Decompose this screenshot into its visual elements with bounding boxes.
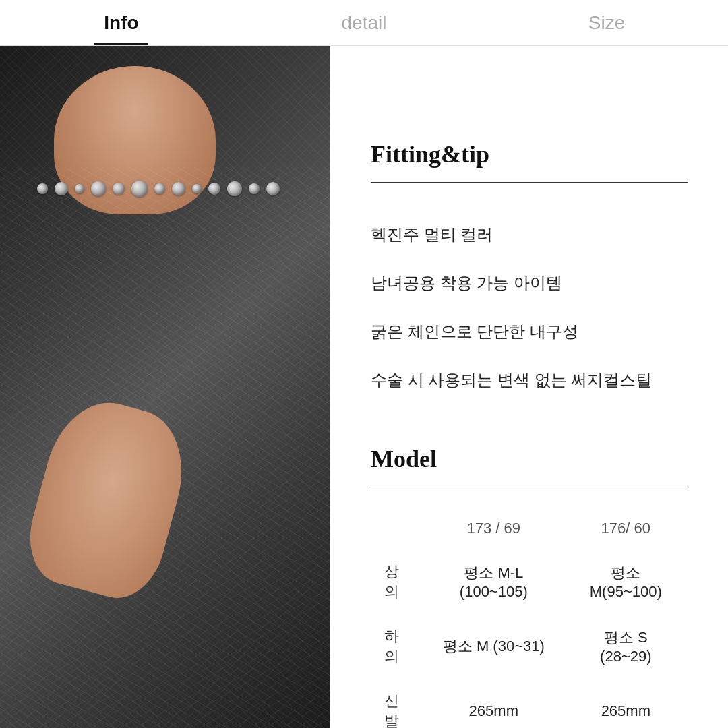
model-table: 173 / 69 176/ 60 상의 평소 M-L (100~105) 평소 … (371, 508, 688, 728)
bead (113, 183, 125, 195)
bead (37, 183, 48, 194)
tab-info[interactable]: Info (0, 0, 243, 45)
model-row-bottom-col1: 평소 M (30~31) (423, 614, 564, 679)
bead (249, 183, 260, 194)
model-table-header-row: 173 / 69 176/ 60 (371, 508, 688, 549)
model-row-top: 상의 평소 M-L (100~105) 평소 M(95~100) (371, 549, 688, 614)
necklace (34, 181, 283, 214)
feature-item-1: 헥진주 멀티 컬러 (371, 210, 688, 259)
model-row-top-label: 상의 (371, 549, 423, 614)
bead (55, 182, 68, 195)
fitting-divider (371, 182, 688, 183)
model-section: Model 173 / 69 176/ 60 상의 평소 M-L (100~10… (371, 445, 688, 729)
product-image (0, 46, 330, 728)
tab-size[interactable]: Size (485, 0, 728, 45)
tab-detail[interactable]: detail (243, 0, 485, 45)
tab-size-label: Size (588, 12, 625, 34)
model-row-bottom-label: 하의 (371, 614, 423, 679)
feature-item-4: 수술 시 사용되는 변색 없는 써지컬스틸 (371, 356, 688, 404)
bead (208, 183, 220, 195)
top-spacer (371, 86, 688, 140)
bead (131, 181, 148, 197)
model-row-bottom-col2: 평소 S (28~29) (564, 614, 688, 679)
bead (172, 182, 185, 195)
model-row-bottom: 하의 평소 M (30~31) 평소 S (28~29) (371, 614, 688, 679)
model-row-shoes-col1: 265mm (423, 679, 564, 728)
bead (192, 184, 202, 193)
model-row-top-col2: 평소 M(95~100) (564, 549, 688, 614)
model-row-shoes-label: 신발 (371, 679, 423, 728)
model-col-1: 173 / 69 (423, 508, 564, 549)
model-row-shoes: 신발 265mm 265mm (371, 679, 688, 728)
model-row-top-col1: 평소 M-L (100~105) (423, 549, 564, 614)
bead (227, 181, 242, 196)
fitting-title: Fitting&tip (371, 140, 688, 169)
model-col-empty (371, 508, 423, 549)
tab-detail-label: detail (342, 12, 387, 34)
bead (91, 181, 106, 196)
model-title: Model (371, 445, 688, 473)
info-panel: Fitting&tip 헥진주 멀티 컬러 남녀공용 착용 가능 아이템 굵은 … (330, 46, 728, 728)
model-divider (371, 487, 688, 488)
tab-info-label: Info (104, 12, 138, 34)
model-row-shoes-col2: 265mm (564, 679, 688, 728)
tab-navigation: Info detail Size (0, 0, 728, 46)
necklace-beads (34, 181, 283, 197)
bead (266, 182, 280, 195)
feature-list: 헥진주 멀티 컬러 남녀공용 착용 가능 아이템 굵은 체인으로 단단한 내구성… (371, 210, 688, 404)
bead (75, 184, 84, 193)
product-image-panel (0, 46, 330, 728)
bead (154, 183, 165, 194)
feature-item-3: 굵은 체인으로 단단한 내구성 (371, 307, 688, 356)
feature-item-2: 남녀공용 착용 가능 아이템 (371, 259, 688, 307)
main-content: Fitting&tip 헥진주 멀티 컬러 남녀공용 착용 가능 아이템 굵은 … (0, 46, 728, 728)
model-col-2: 176/ 60 (564, 508, 688, 549)
